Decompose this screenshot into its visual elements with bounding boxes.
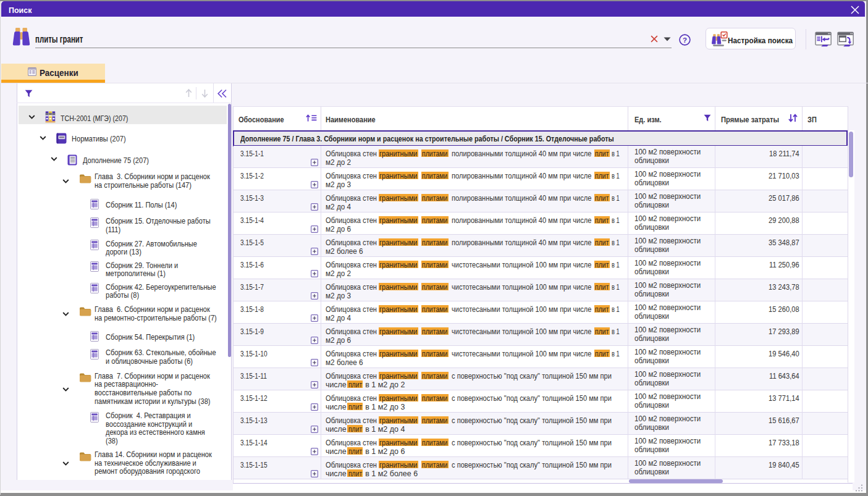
svg-text:?: ? bbox=[683, 36, 687, 44]
